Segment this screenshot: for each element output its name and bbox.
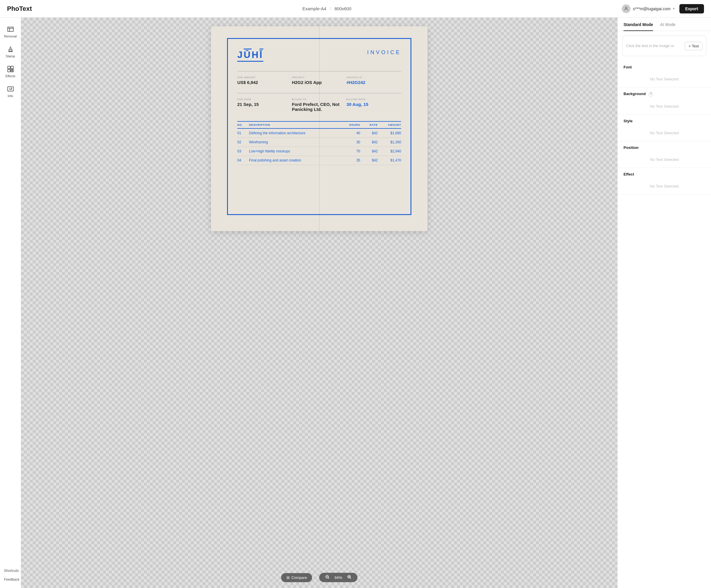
zoom-level: 94% xyxy=(335,575,342,580)
removal-icon xyxy=(6,25,15,34)
row1-amount: $1,680 xyxy=(378,131,401,135)
row3-rate: $42 xyxy=(360,149,378,153)
meta-project-value: H2G2 iOS App xyxy=(292,80,347,85)
background-help-icon[interactable]: ? xyxy=(648,92,653,96)
invoice-header: JŪHĪ INVOICE xyxy=(237,49,401,62)
shortcuts-link[interactable]: Shortcuts xyxy=(2,567,19,574)
add-text-button[interactable]: + Text xyxy=(685,42,703,50)
row4-amount: $1,470 xyxy=(378,158,401,162)
row3-desc: Low+high fidelity mockups xyxy=(249,149,337,153)
feedback-link[interactable]: Feedback xyxy=(2,576,19,583)
table-row: 04 Final polishing and asset creation 35… xyxy=(237,156,401,165)
th-rate: RATE xyxy=(360,124,378,126)
sidebar-info-label: Info xyxy=(7,94,13,98)
meta-project-label: PROJECT xyxy=(292,76,347,79)
table-header: NO. DESCRIPTION HOURS RATE AMOUNT xyxy=(237,121,401,129)
user-avatar xyxy=(622,4,630,13)
effect-section: Effect No Text Selected xyxy=(618,168,711,195)
position-section-title: Position xyxy=(624,145,705,150)
style-section: Style No Text Selected xyxy=(618,115,711,141)
svg-point-14 xyxy=(11,88,12,89)
topbar-right: s***m@tugaigai.com ▾ Export xyxy=(622,4,704,14)
row1-rate: $42 xyxy=(360,131,378,135)
row3-amount: $2,940 xyxy=(378,149,401,153)
meta-invoice-id-label: INVOICE ID xyxy=(346,76,401,79)
font-no-text: No Text Selected xyxy=(624,73,705,83)
svg-rect-11 xyxy=(7,87,14,91)
svg-point-0 xyxy=(625,7,627,9)
th-no: NO. xyxy=(237,124,249,126)
row3-no: 03 xyxy=(237,149,249,153)
divider-2 xyxy=(237,93,401,93)
add-text-area[interactable]: Click the text in the image or + Text xyxy=(622,36,706,56)
sidebar-item-effects[interactable]: Effects xyxy=(2,62,19,81)
invoice-content: JŪHĪ INVOICE DUE AMOUNT US$ 6,942 PROJEC… xyxy=(232,42,407,172)
juhi-logo: JŪHĪ xyxy=(237,49,263,62)
style-no-text: No Text Selected xyxy=(624,127,705,137)
invoice-title-label: INVOICE xyxy=(367,49,401,56)
document-container[interactable]: JŪHĪ INVOICE DUE AMOUNT US$ 6,942 PROJEC… xyxy=(211,26,428,231)
row1-desc: Defining the information architecture xyxy=(249,131,337,135)
mode-tabs: Standard Mode AI Mode xyxy=(618,18,711,31)
stamp-icon xyxy=(6,45,15,53)
meta-invoice-id-value: #H2G242 xyxy=(346,80,401,85)
sidebar-item-stamp[interactable]: Stamp xyxy=(2,42,19,61)
export-button[interactable]: Export xyxy=(680,4,704,14)
sidebar-bottom: Shortcuts Feedback xyxy=(0,567,21,588)
compare-button[interactable]: ⊞ Compare xyxy=(281,573,312,582)
invoice-meta-bottom: DUE DATE 21 Sep, 15 BILLED TO Ford Prefe… xyxy=(237,98,401,115)
svg-line-17 xyxy=(328,578,329,579)
zoom-in-button[interactable] xyxy=(346,574,352,581)
sidebar-item-removal[interactable]: Removal xyxy=(2,22,19,41)
document-size: 800x600 xyxy=(335,6,351,11)
row3-hours: 70 xyxy=(337,149,360,153)
divider-1 xyxy=(237,71,401,71)
svg-line-21 xyxy=(350,578,351,579)
row2-hours: 30 xyxy=(337,140,360,144)
meta-due-date-label: DUE DATE xyxy=(237,98,292,101)
svg-rect-7 xyxy=(7,69,10,72)
app-logo: PhoText xyxy=(7,5,32,13)
meta-billing-date-value: 30 Aug, 15 xyxy=(346,102,401,107)
canvas-toolbar: ⊞ Compare 94% xyxy=(281,573,358,582)
style-section-title: Style xyxy=(624,119,705,123)
th-hours: HOURS xyxy=(337,124,360,126)
meta-due-date: DUE DATE 21 Sep, 15 xyxy=(237,98,292,115)
meta-billed-to-value: Ford Prefect, CEO, Not Panicking Ltd. xyxy=(292,102,347,112)
zoom-controls: 94% xyxy=(319,573,357,582)
compare-label: Compare xyxy=(292,575,307,580)
sidebar-item-info[interactable]: Info xyxy=(2,82,19,101)
table-row: 01 Defining the information architecture… xyxy=(237,129,401,138)
position-section: Position No Text Selected xyxy=(618,141,711,168)
row4-no: 04 xyxy=(237,158,249,162)
font-section: Font No Text Selected xyxy=(618,61,711,87)
effects-icon xyxy=(6,65,15,73)
separator: / xyxy=(330,6,331,11)
row2-rate: $42 xyxy=(360,140,378,144)
meta-billing-date: BILLING DATE 30 Aug, 15 xyxy=(346,98,401,115)
left-sidebar: Removal Stamp Ef xyxy=(0,18,21,588)
zoom-out-button[interactable] xyxy=(324,574,331,581)
compare-icon: ⊞ xyxy=(286,575,290,580)
svg-rect-6 xyxy=(11,66,14,69)
row2-no: 02 xyxy=(237,140,249,144)
background-section: Background ? No Text Selected xyxy=(618,87,711,115)
meta-project: PROJECT H2G2 iOS App xyxy=(292,76,347,88)
meta-invoice-id: INVOICE ID #H2G242 xyxy=(346,76,401,88)
effect-section-title: Effect xyxy=(624,172,705,176)
tab-standard[interactable]: Standard Mode xyxy=(624,22,653,31)
add-text-placeholder: Click the text in the image or xyxy=(626,43,682,48)
user-email: s***m@tugaigai.com xyxy=(633,6,671,11)
invoice-document[interactable]: JŪHĪ INVOICE DUE AMOUNT US$ 6,942 PROJEC… xyxy=(211,26,428,231)
row1-hours: 40 xyxy=(337,131,360,135)
main-layout: Removal Stamp Ef xyxy=(0,18,711,588)
sidebar-stamp-label: Stamp xyxy=(6,55,15,58)
tab-ai[interactable]: AI Mode xyxy=(660,22,675,31)
th-amount: AMOUNT xyxy=(378,124,401,126)
sidebar-removal-label: Removal xyxy=(4,35,17,38)
svg-rect-1 xyxy=(7,27,14,31)
topbar-center: Example-A4 / 800x600 xyxy=(302,6,351,11)
canvas-area[interactable]: JŪHĪ INVOICE DUE AMOUNT US$ 6,942 PROJEC… xyxy=(21,18,617,588)
user-menu[interactable]: s***m@tugaigai.com ▾ xyxy=(622,4,675,13)
row4-hours: 35 xyxy=(337,158,360,162)
